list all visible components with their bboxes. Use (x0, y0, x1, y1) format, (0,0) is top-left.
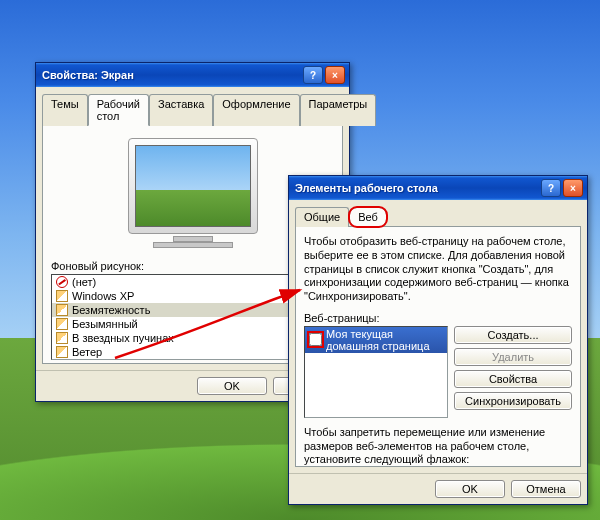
webpage-checkbox[interactable] (309, 333, 322, 346)
titlebar[interactable]: Элементы рабочего стола ? × (289, 176, 587, 200)
tab-desktop[interactable]: Рабочий стол (88, 94, 149, 126)
tab-screensaver[interactable]: Заставка (149, 94, 213, 126)
sync-button[interactable]: Синхронизировать (454, 392, 572, 410)
tab-themes[interactable]: Темы (42, 94, 88, 126)
tab-settings[interactable]: Параметры (300, 94, 377, 126)
properties-button[interactable]: Свойства (454, 370, 572, 388)
bmp-icon (56, 332, 68, 344)
ok-button[interactable]: OK (435, 480, 505, 498)
preview-monitor (118, 138, 268, 248)
description-text: Чтобы отобразить веб-страницу на рабочем… (304, 235, 572, 304)
window-title: Свойства: Экран (42, 69, 301, 81)
webpage-label: Моя текущая домашняя страница (326, 328, 443, 352)
bmp-icon (56, 304, 68, 316)
list-item-label: Безмятежность (72, 304, 150, 316)
bmp-icon (56, 346, 68, 358)
tab-web[interactable]: Веб (349, 207, 387, 227)
window-title: Элементы рабочего стола (295, 182, 539, 194)
tabs: Общие Веб (295, 206, 581, 226)
dialog-buttons: OK Отмена (289, 473, 587, 504)
ok-button[interactable]: OK (197, 377, 267, 395)
webpages-label: Веб-страницы: (304, 312, 572, 324)
webpage-row[interactable]: Моя текущая домашняя страница (305, 327, 447, 353)
cancel-button[interactable]: Отмена (511, 480, 581, 498)
close-button[interactable]: × (325, 66, 345, 84)
tabs: Темы Рабочий стол Заставка Оформление Па… (42, 93, 343, 125)
titlebar[interactable]: Свойства: Экран ? × (36, 63, 349, 87)
tab-appearance[interactable]: Оформление (213, 94, 299, 126)
list-item-label: Windows XP (72, 290, 134, 302)
list-item-label: Ветер (72, 346, 102, 358)
tab-panel: Чтобы отобразить веб-страницу на рабочем… (295, 226, 581, 467)
tab-general[interactable]: Общие (295, 207, 349, 227)
help-button[interactable]: ? (541, 179, 561, 197)
webpages-listbox[interactable]: Моя текущая домашняя страница (304, 326, 448, 418)
list-item-label: Безымянный (72, 318, 138, 330)
list-item-label: (нет) (72, 276, 96, 288)
bmp-icon (56, 318, 68, 330)
close-button[interactable]: × (563, 179, 583, 197)
side-buttons: Создать... Удалить Свойства Синхронизиро… (454, 326, 572, 410)
lock-intro-text: Чтобы запретить перемещение или изменени… (304, 426, 572, 467)
help-button[interactable]: ? (303, 66, 323, 84)
list-item-label: В звездных пучинах (72, 332, 174, 344)
bmp-icon (56, 290, 68, 302)
delete-button[interactable]: Удалить (454, 348, 572, 366)
none-icon (56, 276, 68, 288)
desktop-items-window: Элементы рабочего стола ? × Общие Веб Чт… (288, 175, 588, 505)
create-button[interactable]: Создать... (454, 326, 572, 344)
